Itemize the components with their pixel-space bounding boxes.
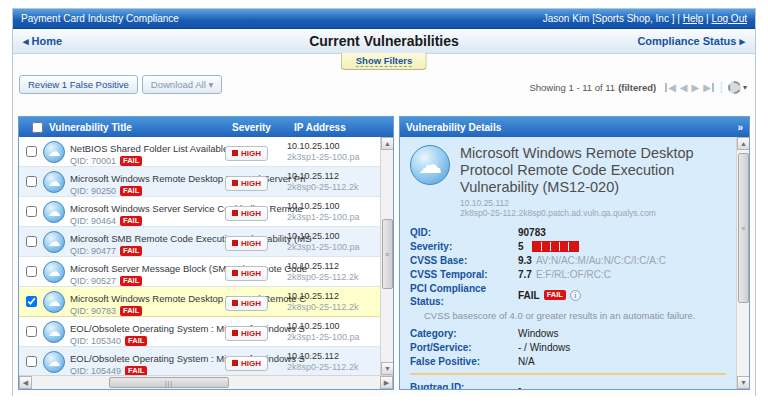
review-false-positive-button[interactable]: Review 1 False Positive: [19, 75, 138, 94]
detail-qid: 90783: [518, 226, 546, 239]
hscroll-thumb[interactable]: |||: [109, 377, 229, 388]
detail-bugtraq: -: [518, 381, 521, 389]
host-cloud-icon: ☁: [43, 141, 65, 163]
show-filters-button[interactable]: Show Filters: [341, 53, 427, 70]
row-checkbox[interactable]: [26, 296, 37, 307]
row-hostname: 2k8sp0-25-112.2k: [287, 182, 358, 192]
table-row[interactable]: ☁ NetBIOS Shared Folder List Available Q…: [19, 137, 393, 167]
table-row[interactable]: ☁ Microsoft Windows Remote Desktop Proto…: [19, 287, 393, 317]
fail-badge: FAIL: [120, 276, 142, 286]
gear-caret-icon[interactable]: ▾: [743, 83, 747, 92]
row-ip: 10.10.25.112: [287, 171, 339, 181]
row-qid: QID: 105449: [70, 366, 121, 376]
pci-note: CVSS basescore of 4.0 or greater results…: [424, 310, 726, 321]
select-all-checkbox[interactable]: [32, 122, 43, 133]
row-qid: QID: 90477: [70, 246, 116, 256]
host-cloud-icon: ☁: [43, 291, 65, 313]
row-qid: QID: 90527: [70, 276, 116, 286]
cvss-temporal-vector: E:F/RL:OF/RC:C: [536, 268, 611, 281]
table-row[interactable]: ☁ Microsoft Windows Remote Desktop Proto…: [19, 167, 393, 197]
last-page-icon[interactable]: ▶: [702, 83, 714, 92]
table-vertical-scrollbar[interactable]: ▲ ≡ ▼: [380, 137, 393, 375]
severity-square-icon: [232, 330, 238, 336]
severity-square-icon: [232, 210, 238, 216]
severity-square-icon: [232, 360, 238, 366]
detail-port: - / Windows: [518, 341, 570, 354]
row-checkbox[interactable]: [26, 266, 37, 277]
scroll-right-icon[interactable]: ▶: [380, 376, 393, 389]
row-ip: 10.10.25.112: [287, 291, 339, 301]
detail-severity: 5: [518, 240, 524, 253]
row-checkbox[interactable]: [26, 326, 37, 337]
row-checkbox[interactable]: [26, 176, 37, 187]
prev-page-icon[interactable]: ◀: [679, 82, 689, 93]
scroll-thumb[interactable]: ≡: [382, 219, 393, 289]
row-qid: QID: 90464: [70, 216, 116, 226]
column-ip: IP Address: [294, 122, 387, 133]
app-window: Payment Card Industry Compliance Jason K…: [12, 8, 756, 396]
row-hostname: 2k8sp0-25-112.2k: [287, 272, 358, 282]
fail-badge: FAIL: [120, 216, 142, 226]
dropdown-caret-icon: ▾: [208, 79, 213, 90]
host-cloud-icon: ☁: [43, 171, 65, 193]
collapse-panel-icon[interactable]: »: [737, 122, 743, 133]
table-row[interactable]: ☁ Microsoft Windows Server Service Could…: [19, 197, 393, 227]
nav-home[interactable]: ◂ Home: [23, 35, 62, 48]
showing-text: Showing 1 - 11 of 11: [529, 82, 615, 93]
vulnerability-details-panel: Vulnerability Details » ☁ Microsoft Wind…: [399, 116, 750, 390]
scroll-up-icon[interactable]: ▲: [381, 137, 394, 150]
scroll-thumb[interactable]: ≡: [738, 153, 749, 303]
severity-bar: [532, 241, 579, 252]
scroll-left-icon[interactable]: ◀: [19, 376, 32, 389]
row-checkbox[interactable]: [26, 146, 37, 157]
row-checkbox[interactable]: [26, 236, 37, 247]
row-ip: 10.10.25.100: [287, 201, 340, 211]
row-qid: QID: 105340: [70, 336, 121, 346]
host-cloud-icon: ☁: [43, 231, 65, 253]
nav-bar: ◂ Home Current Vulnerabilities Complianc…: [13, 29, 755, 54]
details-vertical-scrollbar[interactable]: ▲ ≡ ▼: [736, 137, 749, 389]
logout-link[interactable]: Log Out: [711, 13, 747, 24]
pci-status: FAIL: [518, 289, 540, 302]
row-qid: QID: 90783: [70, 306, 116, 316]
first-page-icon[interactable]: ◀: [665, 83, 677, 92]
next-page-icon[interactable]: ▶: [691, 82, 701, 93]
severity-square-icon: [232, 270, 238, 276]
help-link[interactable]: Help: [683, 13, 704, 24]
table-row[interactable]: ☁ Microsoft Server Message Block (SMBv2)…: [19, 257, 393, 287]
info-icon[interactable]: i: [570, 290, 581, 301]
user-name: Jason Kim [Sports Shop, Inc ]: [543, 13, 675, 24]
row-ip: 10.10.25.100: [287, 231, 340, 241]
table-horizontal-scrollbar[interactable]: ◀ ||| ▶: [19, 375, 393, 389]
table-row[interactable]: ☁ EOL/Obsolete Operating System : Micros…: [19, 347, 393, 375]
table-row[interactable]: ☁ Microsoft SMB Remote Code Execution Vu…: [19, 227, 393, 257]
host-cloud-icon: ☁: [43, 201, 65, 223]
download-all-button[interactable]: Download All ▾: [142, 75, 222, 94]
gear-icon[interactable]: [728, 81, 741, 94]
host-cloud-icon: ☁: [43, 351, 65, 373]
row-checkbox[interactable]: [26, 206, 37, 217]
action-buttons: Review 1 False Positive Download All ▾: [19, 75, 222, 94]
scroll-down-icon[interactable]: ▼: [737, 376, 750, 389]
user-session: Jason Kim [Sports Shop, Inc ] | Help | L…: [543, 13, 747, 24]
severity-badge: HIGH: [225, 176, 268, 191]
fail-badge: FAIL: [120, 306, 142, 316]
row-hostname: 2k3sp1-25-100.pa: [287, 152, 360, 162]
scroll-up-icon[interactable]: ▲: [737, 137, 750, 150]
column-severity: Severity: [232, 122, 294, 133]
fail-badge: FAIL: [125, 336, 147, 346]
row-checkbox[interactable]: [26, 356, 37, 367]
host-cloud-icon: ☁: [43, 261, 65, 283]
vulnerability-list: ☁ NetBIOS Shared Folder List Available Q…: [19, 137, 393, 375]
content-area: Show Filters Review 1 False Positive Dow…: [13, 54, 755, 396]
table-row[interactable]: ☁ EOL/Obsolete Operating System : Micros…: [19, 317, 393, 347]
row-hostname: 2k3sp1-25-100.pa: [287, 212, 360, 222]
severity-badge: HIGH: [225, 146, 268, 161]
nav-compliance-status[interactable]: Compliance Status ▸: [637, 35, 745, 48]
detail-hostname: 2k8sp0-25-112.2k8sp0.patch.ad.vuln.qa.qu…: [460, 208, 726, 218]
row-ip: 10.10.25.100: [287, 321, 340, 331]
scroll-down-icon[interactable]: ▼: [381, 362, 394, 375]
row-ip: 10.10.25.100: [287, 141, 340, 151]
detail-title: Microsoft Windows Remote Desktop Protoco…: [460, 145, 726, 196]
cvss-temporal-score: 7.7: [518, 268, 532, 281]
